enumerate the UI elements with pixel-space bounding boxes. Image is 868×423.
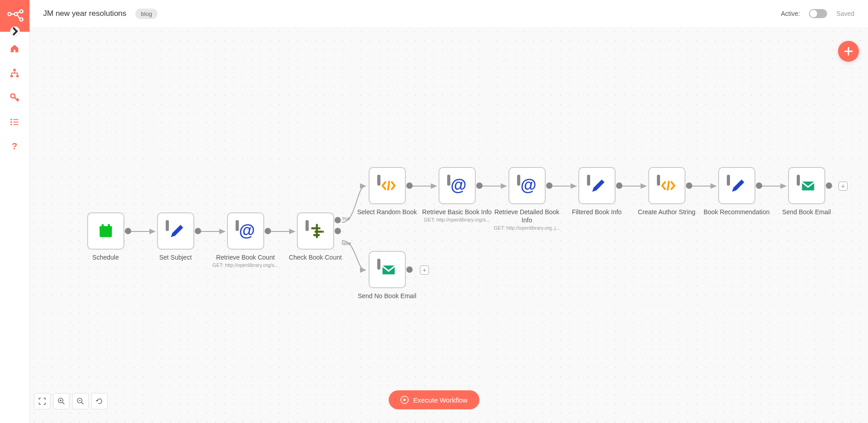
node-schedule[interactable]: Schedule bbox=[70, 212, 141, 261]
svg-point-10 bbox=[10, 124, 12, 126]
svg-point-2 bbox=[20, 10, 23, 13]
node-send-book-email[interactable]: Send Book Email bbox=[771, 167, 842, 216]
svg-text:@: @ bbox=[450, 177, 466, 194]
branch-true-label: true bbox=[342, 216, 350, 221]
pencil-icon bbox=[590, 177, 607, 194]
node-select-random-book[interactable]: Select Random Book bbox=[352, 167, 422, 216]
svg-rect-13 bbox=[13, 124, 18, 125]
node-set-subject[interactable]: Set Subject bbox=[140, 212, 211, 261]
zoom-out-button[interactable] bbox=[72, 393, 89, 409]
sidebar-collapse-toggle[interactable] bbox=[10, 26, 20, 36]
node-label: Retrieve Basic Book Info bbox=[422, 208, 492, 216]
svg-text:@: @ bbox=[520, 177, 536, 194]
node-label: Send Book Email bbox=[782, 208, 831, 216]
code-icon bbox=[380, 177, 397, 194]
workflow-tag[interactable]: blog bbox=[135, 9, 158, 19]
at-icon: @ bbox=[520, 177, 537, 194]
at-icon: @ bbox=[239, 223, 255, 239]
node-label: Book Recommendation bbox=[704, 208, 770, 216]
nav-workflows[interactable] bbox=[9, 68, 20, 79]
pencil-icon bbox=[730, 177, 746, 194]
pencil-icon bbox=[169, 223, 185, 239]
branch-icon bbox=[309, 223, 325, 239]
node-label: Select Random Book bbox=[357, 208, 417, 216]
saved-label: Saved bbox=[836, 10, 854, 17]
workflow-title[interactable]: JM new year resolutions bbox=[43, 9, 126, 18]
help-icon: ? bbox=[10, 142, 20, 152]
node-create-author-string[interactable]: Create Author String bbox=[631, 167, 702, 216]
chevron-right-icon bbox=[10, 22, 20, 40]
node-subtitle: GET: http://openlibrary.org/s... bbox=[424, 217, 490, 222]
undo-button[interactable] bbox=[91, 393, 108, 409]
node-label: Create Author String bbox=[638, 208, 695, 216]
topbar: JM new year resolutions blog Active: Sav… bbox=[30, 0, 868, 27]
svg-rect-17 bbox=[99, 226, 112, 230]
execute-label: Execute Workflow bbox=[413, 396, 468, 404]
node-check-book-count[interactable]: true false Check Book Count bbox=[280, 212, 350, 261]
node-label: Schedule bbox=[92, 253, 118, 261]
active-label: Active: bbox=[781, 10, 800, 17]
svg-point-9 bbox=[10, 121, 12, 123]
zoom-in-icon bbox=[57, 397, 65, 405]
node-retrieve-basic-book-info[interactable]: @ Retrieve Basic Book Info GET: http://o… bbox=[422, 167, 492, 222]
svg-text:?: ? bbox=[12, 142, 17, 151]
add-node-button[interactable] bbox=[838, 41, 859, 62]
execute-workflow-button[interactable]: Execute Workflow bbox=[389, 390, 479, 409]
branch-false-label: false bbox=[341, 241, 351, 246]
zoom-in-button[interactable] bbox=[53, 393, 69, 409]
nav-credentials[interactable] bbox=[9, 92, 20, 103]
svg-point-3 bbox=[20, 18, 23, 21]
node-label: Retrieve Book Count bbox=[216, 253, 275, 261]
zoom-out-icon bbox=[76, 397, 84, 405]
code-icon bbox=[660, 177, 676, 194]
svg-rect-12 bbox=[13, 122, 18, 123]
nav-executions[interactable] bbox=[9, 117, 20, 128]
play-icon bbox=[400, 396, 409, 404]
logo[interactable] bbox=[0, 0, 30, 32]
sidebar: ? bbox=[0, 0, 30, 423]
svg-rect-18 bbox=[102, 224, 104, 228]
nav-help[interactable]: ? bbox=[9, 141, 20, 152]
svg-rect-6 bbox=[16, 75, 19, 78]
sidebar-nav: ? bbox=[0, 32, 29, 152]
node-send-no-book-email[interactable]: Send No Book Email bbox=[352, 251, 422, 300]
calendar-icon bbox=[98, 223, 114, 239]
at-icon: @ bbox=[450, 177, 467, 194]
workflow-canvas[interactable]: Schedule Set Subject @ Retrieve Book Cou… bbox=[30, 27, 868, 423]
fit-view-button[interactable] bbox=[34, 393, 50, 409]
topbar-right: Active: Saved bbox=[781, 9, 854, 18]
node-filtered-book-info[interactable]: Filtered Book Info bbox=[562, 167, 632, 216]
plus-icon bbox=[843, 46, 854, 57]
undo-icon bbox=[95, 397, 104, 405]
node-retrieve-book-count[interactable]: @ Retrieve Book Count GET: http://openli… bbox=[210, 212, 281, 268]
node-label: Check Book Count bbox=[289, 253, 342, 261]
node-retrieve-detailed-book-info[interactable]: @ Retrieve Detailed Book Info GET: http:… bbox=[492, 167, 562, 231]
svg-rect-11 bbox=[13, 119, 18, 120]
node-subtitle: GET: http://openlibrary.org/s... bbox=[212, 262, 278, 268]
envelope-icon bbox=[800, 177, 816, 194]
add-connection-button[interactable]: + bbox=[838, 182, 848, 191]
svg-point-8 bbox=[10, 119, 12, 121]
node-subtitle: GET: http://openlibrary.org..j... bbox=[494, 225, 560, 231]
nav-home[interactable] bbox=[9, 43, 20, 54]
node-label: Send No Book Email bbox=[358, 292, 416, 300]
home-icon bbox=[10, 44, 20, 54]
svg-rect-5 bbox=[10, 75, 13, 78]
add-connection-button[interactable]: + bbox=[420, 266, 429, 275]
svg-rect-19 bbox=[108, 224, 110, 228]
svg-point-0 bbox=[8, 13, 11, 16]
list-icon bbox=[10, 117, 20, 127]
node-label: Set Subject bbox=[159, 253, 192, 261]
node-label: Retrieve Detailed Book Info bbox=[492, 208, 562, 224]
envelope-icon bbox=[380, 261, 397, 278]
sitemap-icon bbox=[10, 68, 20, 78]
node-book-recommendation[interactable]: Book Recommendation bbox=[701, 167, 772, 216]
canvas-tools bbox=[34, 393, 108, 409]
node-label: Filtered Book Info bbox=[572, 208, 622, 216]
svg-text:@: @ bbox=[239, 223, 255, 239]
key-icon bbox=[10, 93, 20, 103]
svg-rect-4 bbox=[13, 69, 16, 71]
fullscreen-icon bbox=[38, 397, 46, 405]
active-toggle[interactable] bbox=[809, 9, 827, 18]
